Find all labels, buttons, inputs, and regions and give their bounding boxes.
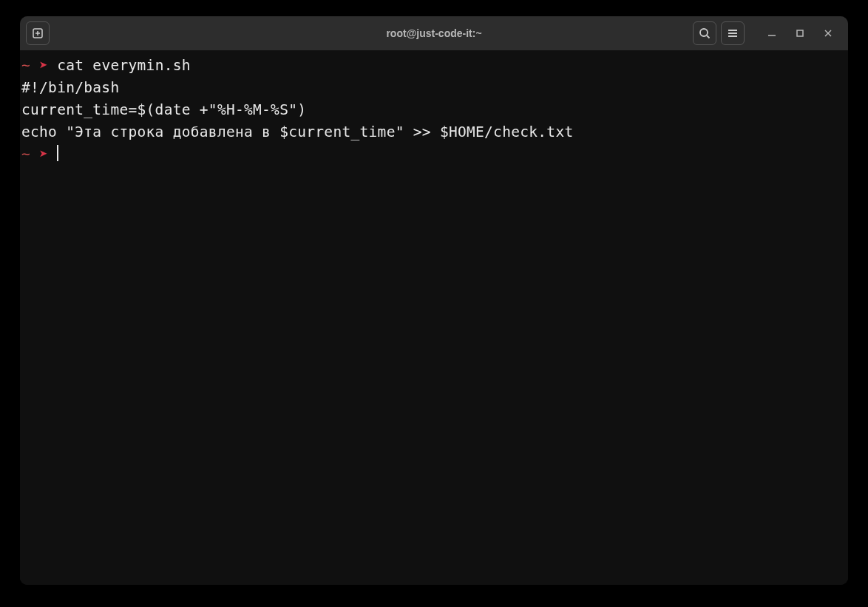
maximize-icon [796, 30, 804, 37]
output-line: current_time=$(date +"%H-%M-%S") [21, 99, 847, 121]
cursor [57, 145, 58, 161]
close-button[interactable] [814, 21, 842, 45]
prompt-arrow-icon: ➤ [39, 146, 48, 163]
svg-line-4 [707, 35, 710, 38]
prompt-line-1: ~ ➤ cat everymin.sh [21, 55, 847, 77]
prompt-cwd: ~ [21, 146, 30, 163]
search-button[interactable] [693, 21, 716, 45]
svg-rect-9 [797, 30, 803, 36]
menu-button[interactable] [721, 21, 745, 45]
prompt-arrow-icon: ➤ [39, 57, 48, 74]
hamburger-icon [727, 27, 739, 39]
svg-point-3 [700, 29, 708, 36]
minimize-button[interactable] [758, 21, 786, 45]
new-tab-icon [32, 27, 44, 39]
window-title: root@just-code-it:~ [386, 27, 481, 39]
prompt-line-2: ~ ➤ [21, 143, 847, 166]
titlebar-left [26, 21, 50, 45]
terminal-window: root@just-code-it:~ [20, 16, 848, 585]
terminal-body[interactable]: ~ ➤ cat everymin.sh #!/bin/bash current_… [20, 50, 848, 585]
window-controls [758, 21, 842, 45]
command-text: cat everymin.sh [57, 57, 191, 74]
minimize-icon [768, 30, 776, 37]
prompt-cwd: ~ [21, 57, 30, 74]
titlebar-right [693, 21, 842, 45]
output-line: echo "Эта строка добавлена в $current_ti… [21, 121, 847, 143]
titlebar: root@just-code-it:~ [20, 16, 848, 50]
close-icon [824, 30, 832, 37]
output-line: #!/bin/bash [21, 77, 847, 99]
maximize-button[interactable] [786, 21, 814, 45]
search-icon [699, 27, 711, 39]
new-tab-button[interactable] [26, 21, 50, 45]
